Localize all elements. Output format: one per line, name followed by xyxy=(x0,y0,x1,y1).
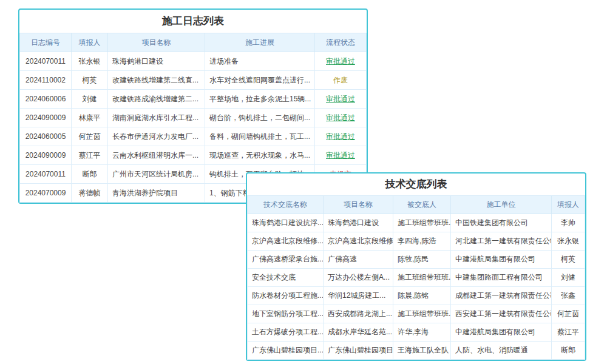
status-badge[interactable]: 审批通过 xyxy=(326,151,355,160)
disclosure-project-cell[interactable]: 西安成都路龙湖上... xyxy=(324,305,393,323)
disclosure-reporter-cell[interactable]: 刘健 xyxy=(552,269,585,287)
log-project-cell[interactable]: 广州市天河区统计局机房... xyxy=(108,165,205,184)
log-reporter-cell[interactable]: 张永银 xyxy=(72,52,108,71)
technical-disclosure-table: 技术交底名称 项目名称 被交底人 施工单位 填报人 珠海鹤港口建设抗浮... 珠… xyxy=(247,195,585,360)
col-header-log-progress: 施工进展 xyxy=(205,33,315,52)
disclosure-reporter-cell[interactable]: 何芷茵 xyxy=(552,305,585,323)
disclosure-project-cell[interactable]: 万达办公楼左侧A... xyxy=(324,269,393,287)
log-reporter-cell[interactable]: 刘健 xyxy=(72,90,108,109)
table-row[interactable]: 珠海鹤港口建设抗浮... 珠海鹤港口建设 施工班组带班班... 中国铁建集团有限… xyxy=(248,214,585,232)
log-reporter-cell[interactable]: 柯英 xyxy=(72,71,108,90)
table-row[interactable]: 地下室钢筋分项工程... 西安成都路龙湖上... 施工班组带班班... 西安建工… xyxy=(248,305,585,323)
log-id-cell[interactable]: 2024060005 xyxy=(20,127,72,146)
log-reporter-cell[interactable]: 断郎 xyxy=(72,165,108,184)
disclosure-table-title: 技术交底列表 xyxy=(247,174,585,195)
log-progress-cell: 现场巡查，无积水现象，水马... xyxy=(205,146,315,165)
col-header-disclosure-name: 技术交底名称 xyxy=(248,196,324,214)
log-id-cell[interactable]: 2024110002 xyxy=(20,71,72,90)
col-header-log-id: 日志编号 xyxy=(20,33,72,52)
disclosure-name-cell[interactable]: 广佛高速桥梁承台施... xyxy=(248,251,324,269)
log-status-cell[interactable]: 审批通过 xyxy=(315,52,367,71)
disclosure-name-cell[interactable]: 地下室钢筋分项工程... xyxy=(248,305,324,323)
table-row[interactable]: 广佛高速桥梁承台施... 广佛高速 陈牧,陈民 中建港航局集团有限公司 柯英 xyxy=(248,251,585,269)
log-project-cell[interactable]: 云南水利枢纽潜明水库一... xyxy=(108,146,205,165)
disclosure-name-cell[interactable]: 广东佛山碧桂园项目... xyxy=(248,342,324,360)
log-reporter-cell[interactable]: 何芷茵 xyxy=(72,127,108,146)
table-row[interactable]: 2024090009 蔡江平 云南水利枢纽潜明水库一... 现场巡查，无积水现象… xyxy=(20,146,367,165)
log-status-cell[interactable]: 审批通过 xyxy=(315,90,367,109)
disclosure-unit-cell: 中建港航局集团有限公司 xyxy=(451,251,552,269)
log-reporter-cell[interactable]: 蔡江平 xyxy=(72,146,108,165)
disclosure-reporter-cell[interactable]: 李帅 xyxy=(552,214,585,232)
table-row[interactable]: 防水卷材分项工程施... 华润12城房建工... 陈晨,陈铭 成都建工第一建筑有… xyxy=(248,287,585,305)
table-row[interactable]: 京沪高速北京段维修... 京沪高速北京段维修 李四海,陈浩 河北建工第一建筑有限… xyxy=(248,232,585,251)
disclosure-briefed-cell: 陈晨,陈铭 xyxy=(393,287,451,305)
log-progress-cell: 备料，砌间墙钩机排土，瓦工... xyxy=(205,127,315,146)
table-row[interactable]: 2024110002 柯英 改建铁路线增建第二线直... 水车对全线遮阳网覆盖点… xyxy=(20,71,367,90)
log-project-cell[interactable]: 改建铁路成渝线增建第二... xyxy=(108,90,205,109)
disclosure-reporter-cell[interactable]: 蔡江平 xyxy=(552,323,585,342)
disclosure-briefed-cell: 陈牧,陈民 xyxy=(393,251,451,269)
disclosure-name-cell[interactable]: 京沪高速北京段维修... xyxy=(248,232,324,251)
disclosure-header-row: 技术交底名称 项目名称 被交底人 施工单位 填报人 xyxy=(248,196,585,214)
disclosure-briefed-cell: 施工班组带班班... xyxy=(393,269,451,287)
log-progress-cell: 砌台阶，钩机排土，二包砌间... xyxy=(205,109,315,127)
disclosure-table-body: 珠海鹤港口建设抗浮... 珠海鹤港口建设 施工班组带班班... 中国铁建集团有限… xyxy=(248,214,585,360)
log-reporter-cell[interactable]: 蒋德帧 xyxy=(72,184,108,203)
col-header-log-status: 流程状态 xyxy=(315,33,367,52)
disclosure-briefed-cell: 施工班组带班班... xyxy=(393,305,451,323)
log-project-cell[interactable]: 改建铁路线增建第二线直... xyxy=(108,71,205,90)
log-progress-cell: 进场准备 xyxy=(205,52,315,71)
log-id-cell[interactable]: 2024070009 xyxy=(20,184,72,203)
table-row[interactable]: 安全技术交底 万达办公楼左侧A... 施工班组带班班... 中建集团路面工程有限… xyxy=(248,269,585,287)
disclosure-reporter-cell[interactable]: 柯英 xyxy=(552,251,585,269)
table-row[interactable]: 2024070011 张永银 珠海鹤港口建设 进场准备 审批通过 xyxy=(20,52,367,71)
disclosure-reporter-cell[interactable]: 断郎 xyxy=(552,342,585,360)
table-row[interactable]: 土石方爆破分项工程... 成都水岸华廷名苑... 许华,李海 中建港航局集团有限… xyxy=(248,323,585,342)
disclosure-project-cell[interactable]: 广佛高速 xyxy=(324,251,393,269)
disclosure-reporter-cell[interactable]: 张永银 xyxy=(552,232,585,251)
col-header-disclosure-briefed: 被交底人 xyxy=(393,196,451,214)
log-id-cell[interactable]: 2024090009 xyxy=(20,146,72,165)
log-id-cell[interactable]: 2024070011 xyxy=(20,52,72,71)
table-row[interactable]: 2024090009 林康平 湖南洞庭湖水库引水工程... 砌台阶，钩机排土，二… xyxy=(20,109,367,127)
log-id-cell[interactable]: 2024060006 xyxy=(20,90,72,109)
disclosure-project-cell[interactable]: 广东佛山碧桂园项目 xyxy=(324,342,393,360)
disclosure-project-cell[interactable]: 京沪高速北京段维修 xyxy=(324,232,393,251)
disclosure-project-cell[interactable]: 珠海鹤港口建设 xyxy=(324,214,393,232)
table-row[interactable]: 2024060006 刘健 改建铁路成渝线增建第二... 平整场地，拉走多余泥土… xyxy=(20,90,367,109)
log-status-cell[interactable]: 审批通过 xyxy=(315,146,367,165)
col-header-log-reporter: 填报人 xyxy=(72,33,108,52)
disclosure-project-cell[interactable]: 华润12城房建工... xyxy=(324,287,393,305)
log-status-cell[interactable]: 审批通过 xyxy=(315,109,367,127)
disclosure-name-cell[interactable]: 防水卷材分项工程施... xyxy=(248,287,324,305)
log-status-cell[interactable]: 审批通过 xyxy=(315,127,367,146)
table-row[interactable]: 广东佛山碧桂园项目... 广东佛山碧桂园项目 王海施工队全队 人防、水电、消防暖… xyxy=(248,342,585,360)
log-id-cell[interactable]: 2024070011 xyxy=(20,165,72,184)
disclosure-unit-cell: 河北建工第一建筑有限责任公司 xyxy=(451,232,552,251)
disclosure-briefed-cell: 施工班组带班班... xyxy=(393,214,451,232)
status-badge[interactable]: 审批通过 xyxy=(326,132,355,141)
col-header-disclosure-reporter: 填报人 xyxy=(552,196,585,214)
disclosure-name-cell[interactable]: 安全技术交底 xyxy=(248,269,324,287)
col-header-disclosure-unit: 施工单位 xyxy=(451,196,552,214)
status-badge[interactable]: 审批通过 xyxy=(326,113,355,122)
disclosure-name-cell[interactable]: 土石方爆破分项工程... xyxy=(248,323,324,342)
technical-disclosure-window: 技术交底列表 技术交底名称 项目名称 被交底人 施工单位 填报人 珠海鹤港口建设… xyxy=(246,172,586,361)
log-status-cell[interactable]: 作废 xyxy=(315,71,367,90)
log-project-cell[interactable]: 珠海鹤港口建设 xyxy=(108,52,205,71)
log-id-cell[interactable]: 2024090009 xyxy=(20,109,72,127)
disclosure-unit-cell: 西安建工第一建筑有限责任公司 xyxy=(451,305,552,323)
status-badge[interactable]: 审批通过 xyxy=(326,57,355,66)
status-badge[interactable]: 作废 xyxy=(333,76,348,84)
status-badge[interactable]: 审批通过 xyxy=(326,95,355,103)
log-reporter-cell[interactable]: 林康平 xyxy=(72,109,108,127)
disclosure-project-cell[interactable]: 成都水岸华廷名苑... xyxy=(324,323,393,342)
disclosure-name-cell[interactable]: 珠海鹤港口建设抗浮... xyxy=(248,214,324,232)
disclosure-unit-cell: 中建集团路面工程有限公司 xyxy=(451,269,552,287)
log-project-cell[interactable]: 青海洪湖养护院项目 xyxy=(108,184,205,203)
disclosure-reporter-cell[interactable]: 张鑫 xyxy=(552,287,585,305)
log-project-cell[interactable]: 长春市伊通河水力发电厂... xyxy=(108,127,205,146)
log-project-cell[interactable]: 湖南洞庭湖水库引水工程... xyxy=(108,109,205,127)
table-row[interactable]: 2024060005 何芷茵 长春市伊通河水力发电厂... 备料，砌间墙钩机排土… xyxy=(20,127,367,146)
